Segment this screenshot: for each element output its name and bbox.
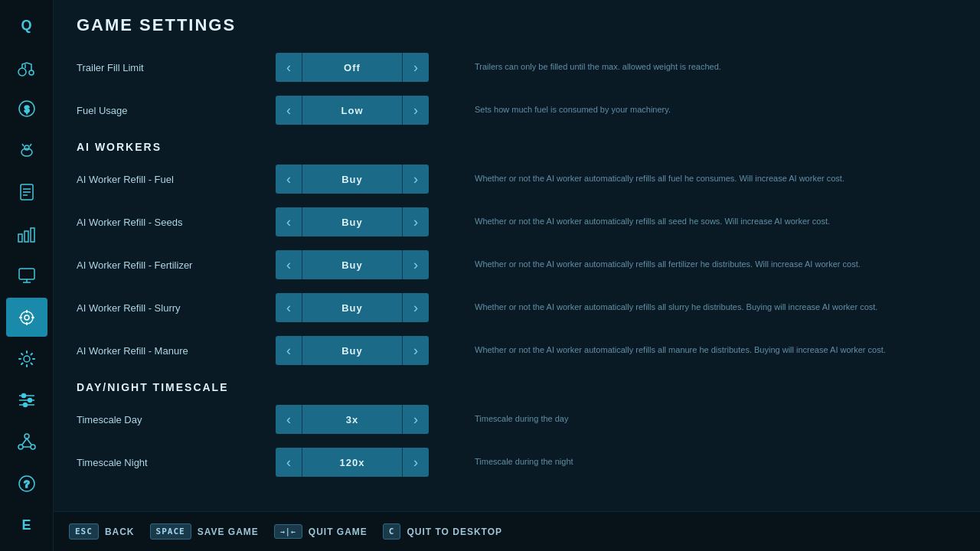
sidebar: Q $: [0, 0, 54, 551]
trailer-fill-limit-right-btn[interactable]: [403, 53, 429, 82]
setting-label-ai-refill-manure: AI Worker Refill - Manure: [77, 345, 276, 357]
setting-control-timescale-night: 120x: [276, 448, 429, 477]
setting-desc-fuel-usage: Sets how much fuel is consumed by your m…: [475, 104, 942, 116]
setting-label-ai-refill-fuel: AI Worker Refill - Fuel: [77, 174, 276, 185]
sidebar-item-ai-settings[interactable]: [6, 298, 47, 336]
settings-scroll[interactable]: Trailer Fill Limit Off Trailers can only…: [77, 51, 957, 504]
setting-control-fuel-usage: Low: [276, 96, 429, 125]
svg-point-29: [24, 434, 29, 439]
setting-control-trailer-fill-limit: Off: [276, 53, 429, 82]
svg-line-33: [27, 439, 31, 445]
setting-control-ai-refill-manure: Buy: [276, 336, 429, 365]
monitor-icon: [16, 265, 38, 286]
svg-point-17: [24, 315, 29, 320]
svg-point-30: [18, 445, 23, 449]
animals-icon: [16, 140, 38, 161]
save-game-button[interactable]: SPACE SAVE GAME: [150, 523, 259, 540]
timescale-day-right-btn[interactable]: [403, 405, 429, 434]
setting-row-fuel-usage: Fuel Usage Low Sets how much fuel is con…: [77, 93, 942, 127]
svg-point-22: [24, 356, 30, 362]
svg-rect-13: [19, 269, 34, 279]
space-key-badge: SPACE: [150, 523, 191, 540]
sidebar-item-e[interactable]: E: [6, 507, 47, 545]
ai-refill-slurry-value: Buy: [302, 293, 403, 322]
sidebar-item-sliders[interactable]: [6, 381, 47, 419]
ai-refill-fuel-right-btn[interactable]: [403, 165, 429, 194]
sidebar-item-tractor[interactable]: [6, 47, 47, 86]
setting-row-ai-refill-fuel: AI Worker Refill - Fuel Buy Whether or n…: [77, 162, 942, 196]
tractor-icon: [16, 57, 38, 78]
svg-point-0: [18, 68, 26, 76]
chevron-right-icon: [413, 455, 418, 471]
chevron-left-icon: [286, 214, 291, 230]
chevron-left-icon: [286, 103, 291, 119]
production-icon: [16, 223, 38, 245]
setting-row-ai-refill-slurry: AI Worker Refill - Slurry Buy Whether or…: [77, 291, 942, 324]
setting-row-ai-refill-seeds: AI Worker Refill - Seeds Buy Whether or …: [77, 205, 942, 239]
back-button[interactable]: ESC BACK: [69, 523, 135, 540]
ai-settings-icon: [16, 307, 38, 328]
timescale-night-right-btn[interactable]: [403, 448, 429, 477]
setting-label-fuel-usage: Fuel Usage: [77, 105, 276, 116]
svg-rect-10: [18, 234, 22, 242]
ai-refill-fertilizer-right-btn[interactable]: [403, 250, 429, 279]
sidebar-item-help[interactable]: ?: [6, 465, 47, 503]
setting-row-timescale-day: Timescale Day 3x Timescale during the da…: [77, 403, 942, 436]
quit-desktop-button[interactable]: C QUIT TO DESKTOP: [383, 523, 502, 540]
ai-refill-fertilizer-value: Buy: [302, 250, 403, 279]
sliders-icon: [16, 390, 38, 411]
setting-desc-ai-refill-manure: Whether or not the AI worker automatical…: [475, 344, 942, 356]
arrow-key-badge: →|←: [274, 524, 302, 539]
sidebar-item-contracts[interactable]: [6, 173, 47, 211]
ai-refill-slurry-right-btn[interactable]: [403, 293, 429, 322]
sidebar-item-network[interactable]: [6, 423, 47, 461]
ai-refill-fuel-left-btn[interactable]: [276, 165, 302, 194]
content-area: GAME SETTINGS Trailer Fill Limit Off Tra…: [54, 0, 980, 511]
trailer-fill-limit-left-btn[interactable]: [276, 53, 302, 82]
setting-row-ai-refill-manure: AI Worker Refill - Manure Buy Whether or…: [77, 334, 942, 367]
svg-text:$: $: [24, 104, 29, 115]
esc-key-badge: ESC: [69, 523, 99, 540]
svg-line-32: [22, 439, 27, 445]
sidebar-item-production[interactable]: [6, 214, 47, 253]
chevron-left-icon: [286, 343, 291, 359]
svg-point-5: [24, 145, 29, 150]
svg-text:?: ?: [24, 478, 30, 490]
setting-control-ai-refill-slurry: Buy: [276, 293, 429, 322]
setting-desc-ai-refill-fuel: Whether or not the AI worker automatical…: [475, 173, 942, 184]
fuel-usage-right-btn[interactable]: [403, 96, 429, 125]
setting-control-ai-refill-seeds: Buy: [276, 207, 429, 236]
svg-point-16: [21, 311, 33, 324]
sidebar-item-settings[interactable]: [6, 340, 47, 378]
timescale-day-left-btn[interactable]: [276, 405, 302, 434]
chevron-left-icon: [286, 412, 291, 428]
main-panel: GAME SETTINGS Trailer Fill Limit Off Tra…: [54, 0, 980, 551]
e-icon: E: [21, 517, 31, 533]
quit-game-button[interactable]: →|← QUIT GAME: [274, 524, 368, 539]
ai-refill-manure-right-btn[interactable]: [403, 336, 429, 365]
sidebar-item-animals[interactable]: [6, 131, 47, 169]
ai-refill-manure-left-btn[interactable]: [276, 336, 302, 365]
setting-label-ai-refill-fertilizer: AI Worker Refill - Fertilizer: [77, 259, 276, 271]
ai-refill-seeds-right-btn[interactable]: [403, 207, 429, 236]
sidebar-item-economy[interactable]: $: [6, 90, 47, 128]
settings-icon: [16, 348, 38, 370]
ai-refill-seeds-left-btn[interactable]: [276, 207, 302, 236]
chevron-left-icon: [286, 300, 291, 316]
quit-desktop-label: QUIT TO DESKTOP: [407, 527, 502, 537]
page-title: GAME SETTINGS: [77, 15, 957, 35]
setting-control-timescale-day: 3x: [276, 405, 429, 434]
setting-row-trailer-fill-limit: Trailer Fill Limit Off Trailers can only…: [77, 51, 942, 84]
timescale-night-value: 120x: [302, 448, 403, 477]
ai-refill-manure-value: Buy: [302, 336, 403, 365]
fuel-usage-left-btn[interactable]: [276, 96, 302, 125]
timescale-night-left-btn[interactable]: [276, 448, 302, 477]
section-header-ai-workers: AI WORKERS: [77, 141, 942, 153]
ai-refill-fertilizer-left-btn[interactable]: [276, 250, 302, 279]
ai-refill-slurry-left-btn[interactable]: [276, 293, 302, 322]
sidebar-item-monitor[interactable]: [6, 256, 47, 295]
sidebar-item-q[interactable]: Q: [6, 6, 47, 44]
chevron-right-icon: [413, 60, 418, 76]
q-icon: Q: [21, 18, 31, 34]
quit-game-label: QUIT GAME: [309, 527, 368, 537]
